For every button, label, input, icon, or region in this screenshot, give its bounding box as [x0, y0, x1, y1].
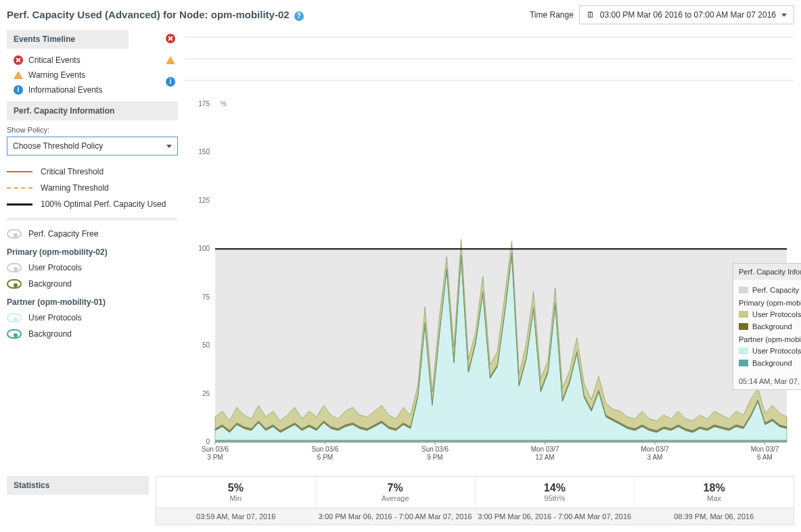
calendar-icon: 🗓	[587, 10, 595, 20]
page-title: Perf. Capacity Used (Advanced) for Node:…	[7, 9, 290, 20]
toggle-partner-user-protocols[interactable]: User Protocols	[7, 310, 178, 326]
chart-tooltip: Perf. Capacity Information Perf. Capacit…	[733, 263, 801, 390]
toggle-capacity-free[interactable]: Perf. Capacity Free	[7, 226, 178, 242]
statistics-table: 5% Min 7% Average 14% 95th% 18% Max 03:5…	[156, 476, 794, 525]
legend-optimal-threshold: 100% Optimal Perf. Capacity Used	[7, 196, 178, 212]
svg-text:Sun 03/6: Sun 03/6	[202, 445, 229, 453]
toggle-primary-user-protocols[interactable]: User Protocols	[7, 260, 178, 276]
legend-warning-events[interactable]: Warning Events	[14, 68, 156, 82]
svg-text:175: 175	[198, 100, 210, 107]
show-policy-label: Show Policy:	[7, 120, 178, 137]
chevron-down-icon	[781, 14, 787, 17]
svg-text:Mon 03/7: Mon 03/7	[531, 445, 559, 453]
svg-text:150: 150	[198, 148, 210, 155]
svg-text:Sun 03/6: Sun 03/6	[311, 445, 338, 453]
svg-text:100: 100	[198, 245, 210, 252]
eye-icon	[7, 279, 22, 289]
perf-info-header: Perf. Capacity Information	[7, 101, 178, 120]
primary-node-header: Primary (opm-mobility-02)	[7, 242, 178, 260]
stat-min: 5% Min	[156, 477, 316, 508]
time-range-picker[interactable]: 🗓 03:00 PM Mar 06 2016 to 07:00 AM Mar 0…	[579, 5, 794, 24]
legend-critical-events[interactable]: Critical Events	[14, 53, 156, 68]
legend-warning-threshold: Warning Threshold	[7, 180, 178, 196]
help-icon[interactable]: ?	[294, 11, 304, 21]
time-range-value: 03:00 PM Mar 06 2016 to 07:00 AM Mar 07 …	[600, 10, 776, 20]
svg-text:Mon 03/7: Mon 03/7	[641, 445, 669, 453]
events-timeline-header: Events Timeline	[7, 30, 129, 49]
time-range-label: Time Range	[530, 10, 574, 20]
timeline-info-marker[interactable]: i	[166, 77, 175, 87]
svg-text:%: %	[221, 100, 227, 107]
svg-text:0: 0	[206, 438, 210, 445]
eye-icon	[7, 313, 22, 322]
toggle-primary-background[interactable]: Background	[7, 276, 178, 292]
critical-icon	[14, 55, 23, 65]
stat-average: 7% Average	[316, 477, 476, 508]
warning-icon	[14, 71, 23, 79]
svg-text:Mon 03/7: Mon 03/7	[751, 445, 779, 453]
svg-text:75: 75	[202, 293, 210, 301]
svg-text:Sun 03/6: Sun 03/6	[421, 445, 449, 453]
svg-text:125: 125	[198, 197, 210, 204]
timeline-warning-marker[interactable]	[166, 56, 175, 64]
legend-info-events[interactable]: i Informational Events	[14, 82, 156, 97]
eye-icon	[7, 329, 22, 339]
svg-rect-1	[185, 58, 794, 59]
stat-95th: 14% 95th%	[476, 477, 635, 508]
svg-text:6 PM: 6 PM	[317, 454, 333, 461]
info-icon: i	[14, 85, 23, 95]
timeline-critical-marker[interactable]	[166, 34, 175, 43]
svg-rect-0	[185, 37, 794, 38]
svg-text:9 PM: 9 PM	[427, 454, 442, 461]
svg-text:50: 50	[202, 341, 210, 349]
statistics-header: Statistics	[7, 476, 149, 495]
svg-text:12 AM: 12 AM	[535, 454, 554, 461]
eye-icon	[7, 263, 22, 272]
svg-text:3 AM: 3 AM	[647, 454, 663, 461]
stat-max: 18% Max	[635, 477, 794, 508]
svg-text:6 AM: 6 AM	[757, 454, 773, 461]
eye-icon	[7, 229, 22, 239]
svg-text:25: 25	[202, 390, 210, 397]
svg-rect-2	[185, 80, 794, 81]
toggle-partner-background[interactable]: Background	[7, 326, 178, 342]
chevron-down-icon	[166, 145, 172, 148]
threshold-policy-dropdown[interactable]: Choose Threshold Policy	[7, 137, 178, 155]
partner-node-header: Partner (opm-mobility-01)	[7, 292, 178, 310]
perf-capacity-chart[interactable]: 0255075100125150175%Sun 03/63 PMSun 03/6…	[185, 30, 794, 469]
legend-critical-threshold: Critical Threshold	[7, 164, 178, 180]
svg-text:3 PM: 3 PM	[207, 454, 223, 461]
